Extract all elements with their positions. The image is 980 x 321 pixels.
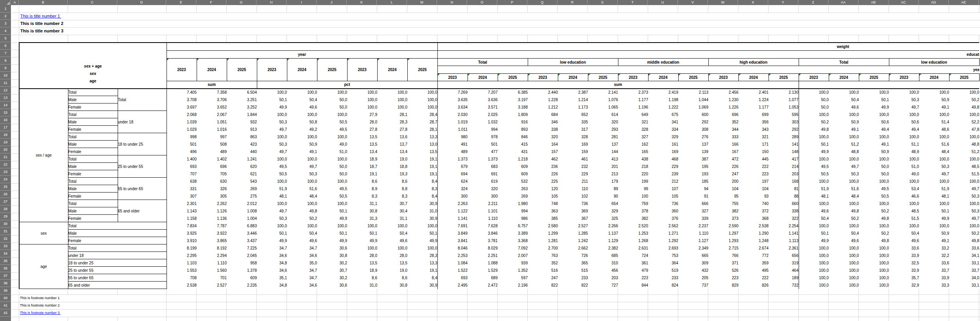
data-cell[interactable]: 1.218 (498, 155, 528, 163)
data-cell[interactable]: 49,4 (889, 126, 919, 133)
data-cell[interactable]: 185 (678, 178, 708, 185)
data-cell[interactable]: 110 (558, 185, 588, 193)
year-cell[interactable]: 2024 (377, 59, 407, 81)
data-cell[interactable]: 1.053 (769, 103, 799, 111)
data-cell[interactable]: 6.757 (498, 222, 528, 230)
data-cell[interactable]: 333 (708, 133, 738, 141)
column-header[interactable]: F (196, 0, 226, 5)
data-cell[interactable]: 100,0 (889, 155, 919, 163)
data-cell[interactable]: 654 (588, 200, 618, 207)
data-cell[interactable]: 1.980 (498, 200, 528, 207)
data-cell[interactable]: 232 (558, 163, 588, 170)
data-cell[interactable]: 609 (227, 274, 257, 282)
data-cell[interactable]: 50,9 (919, 96, 949, 103)
data-cell[interactable]: 753 (648, 252, 678, 259)
data-cell[interactable]: 660 (769, 200, 799, 207)
data-cell[interactable]: 100,0 (859, 282, 889, 289)
data-cell[interactable]: 100,0 (799, 200, 829, 207)
section-label[interactable]: age (19, 244, 68, 289)
data-cell[interactable]: 50,3 (257, 118, 287, 126)
data-cell[interactable]: 3.197 (498, 96, 528, 103)
data-cell[interactable]: 1.373 (468, 155, 498, 163)
data-cell[interactable]: 100,0 (317, 178, 347, 185)
data-cell[interactable]: 50,4 (889, 230, 919, 237)
data-cell[interactable]: 19,0 (377, 155, 407, 163)
data-cell[interactable]: 50,1 (407, 230, 437, 237)
data-cell[interactable]: 2.419 (648, 89, 678, 96)
stub-header[interactable]: sex + age sex age (19, 43, 167, 89)
data-cell[interactable]: 3.446 (227, 230, 257, 237)
row-label[interactable]: Total (68, 244, 167, 252)
data-cell[interactable]: 104 (708, 185, 738, 193)
data-cell[interactable]: 759 (618, 200, 648, 207)
data-cell[interactable]: 89 (588, 185, 618, 193)
data-cell[interactable]: 229 (648, 163, 678, 170)
data-cell[interactable]: 51,6 (919, 141, 949, 148)
column-header[interactable]: K (347, 0, 377, 5)
data-cell[interactable]: 51,5 (949, 170, 979, 178)
data-cell[interactable]: 49,0 (889, 170, 919, 178)
data-cell[interactable]: 496 (167, 148, 197, 155)
sheet-title-2[interactable]: This is title number 2 (20, 20, 63, 27)
data-cell[interactable]: 8,3 (347, 193, 377, 200)
weight-header[interactable]: weight (437, 43, 979, 51)
data-cell[interactable]: 3.841 (437, 237, 468, 244)
data-cell[interactable]: 2.196 (498, 282, 528, 289)
data-cell[interactable]: 445 (738, 155, 769, 163)
data-cell[interactable]: 1.177 (738, 103, 769, 111)
data-cell[interactable]: 169 (558, 141, 588, 148)
data-cell[interactable]: 727 (588, 282, 618, 289)
data-cell[interactable]: 100,0 (257, 155, 287, 163)
data-cell[interactable]: 100 (618, 193, 648, 200)
data-cell[interactable]: 683 (468, 163, 498, 170)
data-cell[interactable]: 675 (648, 111, 678, 118)
data-cell[interactable]: 609 (498, 170, 528, 178)
data-cell[interactable]: 385 (528, 215, 558, 222)
data-cell[interactable]: 33,9 (919, 274, 949, 282)
data-cell[interactable]: 239 (648, 170, 678, 178)
data-cell[interactable]: 197 (738, 178, 769, 185)
data-cell[interactable]: 19,1 (407, 155, 437, 163)
data-cell[interactable]: 49,9 (799, 237, 829, 244)
data-cell[interactable]: 100,0 (829, 133, 859, 141)
data-cell[interactable]: 998 (167, 133, 197, 141)
data-cell[interactable]: 91 (678, 193, 708, 200)
data-cell[interactable]: 34,6 (257, 252, 287, 259)
data-cell[interactable]: 49,8 (859, 237, 889, 244)
data-cell[interactable]: 1.222 (648, 103, 678, 111)
data-cell[interactable]: 50,1 (347, 230, 377, 237)
data-cell[interactable]: 2.700 (528, 244, 558, 252)
data-cell[interactable]: 199 (618, 178, 648, 185)
data-cell[interactable]: 49,9 (347, 237, 377, 244)
year-cell[interactable]: 2025 (227, 59, 257, 81)
data-cell[interactable]: 50,3 (949, 193, 979, 200)
data-cell[interactable]: 100,0 (317, 155, 347, 163)
data-cell[interactable]: 223 (708, 274, 738, 282)
data-cell[interactable]: 2.295 (167, 252, 197, 259)
data-cell[interactable]: 100,0 (859, 274, 889, 282)
data-cell[interactable]: 100,0 (829, 252, 859, 259)
data-cell[interactable]: 1.110 (468, 215, 498, 222)
data-cell[interactable]: 1.285 (558, 230, 588, 237)
data-cell[interactable]: 19,0 (377, 267, 407, 274)
data-cell[interactable]: 2.440 (528, 89, 558, 96)
year-cell[interactable]: 2025 (949, 74, 979, 81)
row-header[interactable]: 6 (0, 42, 11, 50)
row-header[interactable]: 16 (0, 116, 11, 124)
row-label[interactable]: Female (68, 193, 118, 200)
column-header[interactable]: X (738, 0, 768, 5)
row-header[interactable]: 31 (0, 228, 11, 235)
column-header[interactable]: AD (919, 0, 949, 5)
data-cell[interactable]: 50,1 (257, 96, 287, 103)
footnote-1[interactable]: This is footnote number 1 (20, 294, 60, 302)
data-cell[interactable]: 1.268 (618, 237, 648, 244)
data-cell[interactable]: 2.237 (678, 222, 708, 230)
data-cell[interactable]: 203 (769, 170, 799, 178)
row-label[interactable]: Male (68, 141, 118, 148)
data-cell[interactable]: 360 (648, 207, 678, 215)
data-cell[interactable]: 50,4 (377, 230, 407, 237)
data-cell[interactable]: 50,4 (829, 230, 859, 237)
data-cell[interactable]: 489 (437, 148, 468, 155)
row-header[interactable]: 18 (0, 131, 11, 139)
data-cell[interactable]: 50,9 (287, 141, 317, 148)
